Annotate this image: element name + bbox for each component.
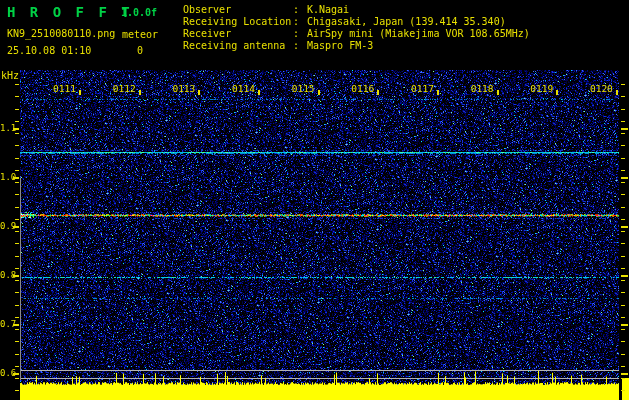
freq-axis-label: 0.6 [0, 369, 14, 378]
app-title: H R O F F T [7, 5, 133, 19]
info-sep: : [293, 16, 307, 28]
time-axis-label: 0111 [44, 84, 76, 94]
hrofft-output-screen: H R O F F T 1.0.0f KN9_2510080110.png me… [0, 0, 629, 400]
freq-axis-label: 1.1 [0, 124, 14, 133]
time-axis-label: 0113 [163, 84, 195, 94]
info-lab: Receiving Location [183, 16, 293, 28]
observation-datetime: 25.10.08 01:10 [7, 46, 91, 56]
info-row: Receiver:AirSpy mini (Miakejima VOR 108.… [183, 28, 530, 40]
output-filename: KN9_2510080110.png [7, 29, 115, 39]
info-row: Receiving Location:Chigasaki, Japan (139… [183, 16, 530, 28]
meteor-count-label: meteor [122, 30, 158, 40]
meteor-count-value: 0 [137, 46, 143, 56]
freq-axis-label: 0.8 [0, 271, 14, 280]
info-sep: : [293, 40, 307, 52]
time-axis-label: 0116 [342, 84, 374, 94]
info-lab: Observer [183, 4, 293, 16]
time-axis-label: 0119 [521, 84, 553, 94]
time-axis-label: 0117 [402, 84, 434, 94]
info-sep: : [293, 4, 307, 16]
freq-axis-label: 0.7 [0, 320, 14, 329]
freq-axis-label: 1.0 [0, 173, 14, 182]
freq-axis-unit-label: kHz [1, 71, 19, 81]
time-axis-label: 0120 [581, 84, 613, 94]
time-axis-label: 0115 [283, 84, 315, 94]
time-axis-label: 0112 [104, 84, 136, 94]
info-lab: Receiving antenna [183, 40, 293, 52]
info-val: Chigasaki, Japan (139.414 35.340) [307, 16, 506, 28]
info-row: Receiving antenna:Maspro FM-3 [183, 40, 530, 52]
time-axis-label: 0118 [462, 84, 494, 94]
time-axis-label: 0114 [223, 84, 255, 94]
info-lab: Receiver [183, 28, 293, 40]
observer-info-block: Observer:K.NagaiReceiving Location:Chiga… [183, 4, 530, 52]
info-val: AirSpy mini (Miakejima VOR 108.65MHz) [307, 28, 530, 40]
info-val: K.Nagai [307, 4, 349, 16]
info-row: Observer:K.Nagai [183, 4, 530, 16]
info-sep: : [293, 28, 307, 40]
app-version: 1.0.0f [121, 8, 157, 18]
info-val: Maspro FM-3 [307, 40, 373, 52]
spectrogram-canvas [0, 0, 629, 400]
freq-axis-label: 0.9 [0, 222, 14, 231]
